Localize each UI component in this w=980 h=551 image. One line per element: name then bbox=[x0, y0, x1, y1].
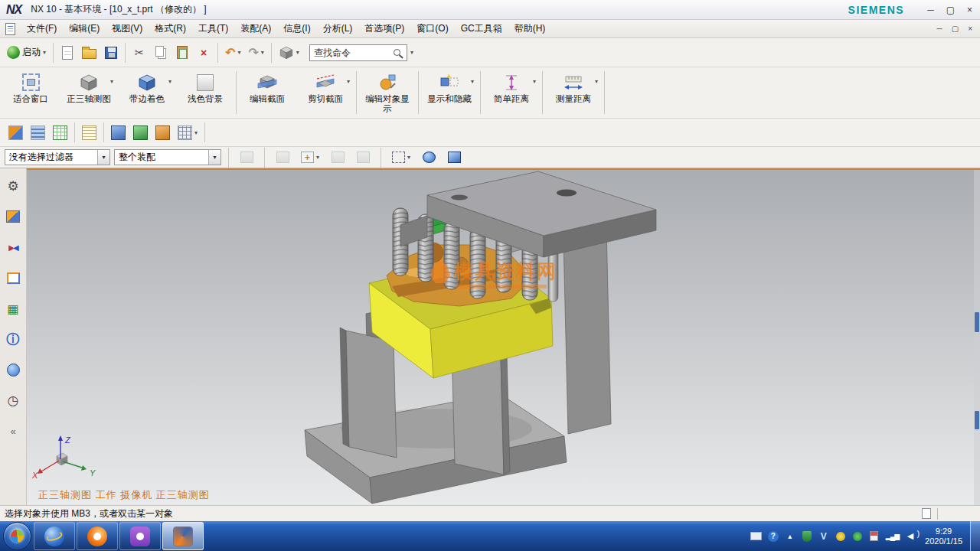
chevron-down-icon[interactable]: ▾ bbox=[471, 78, 474, 85]
taskbar-browser-1-button[interactable] bbox=[34, 522, 75, 550]
measure-distance-button[interactable]: ▾ 测量距离 bbox=[544, 67, 603, 118]
new-file-button[interactable] bbox=[57, 41, 78, 64]
paste-button[interactable] bbox=[172, 41, 193, 64]
chevron-down-icon[interactable]: ▾ bbox=[97, 150, 109, 165]
view-orient-button[interactable]: ▾ bbox=[275, 41, 303, 64]
move-component-button[interactable] bbox=[129, 121, 152, 144]
tray-flag-icon[interactable] bbox=[869, 530, 880, 543]
child-minimize-button[interactable]: ─ bbox=[937, 24, 942, 33]
menu-help[interactable]: 帮助(H) bbox=[508, 20, 552, 37]
taskbar-browser-2-button[interactable] bbox=[77, 522, 118, 550]
menu-analysis[interactable]: 分析(L) bbox=[317, 20, 359, 37]
search-icon[interactable] bbox=[394, 49, 400, 56]
snap-midpoint-button[interactable] bbox=[327, 146, 348, 169]
roles-button[interactable]: ⚙ bbox=[3, 176, 23, 196]
show-hide-button[interactable]: ▾ 显示和隐藏 bbox=[420, 67, 479, 118]
minimize-button[interactable]: ─ bbox=[927, 5, 934, 15]
status-page-icon[interactable] bbox=[922, 508, 931, 519]
taskbar-app-3-button[interactable] bbox=[119, 522, 161, 550]
chevron-down-icon[interactable]: ▾ bbox=[410, 49, 413, 56]
rectangle-select-button[interactable]: ▾ bbox=[388, 146, 414, 169]
snap-point-button[interactable] bbox=[272, 146, 293, 169]
part-navigator-button[interactable] bbox=[3, 268, 23, 288]
constraint-navigator-button[interactable]: ▶◀ bbox=[3, 237, 23, 257]
menu-assemblies[interactable]: 装配(A) bbox=[234, 20, 277, 37]
search-input[interactable] bbox=[314, 47, 394, 58]
menu-information[interactable]: 信息(I) bbox=[277, 20, 316, 37]
menu-format[interactable]: 格式(R) bbox=[149, 20, 192, 37]
assembly-constraints-button[interactable] bbox=[152, 121, 174, 144]
reuse-library-button[interactable]: ▦ bbox=[3, 298, 23, 318]
chevron-down-icon[interactable]: ▾ bbox=[595, 78, 598, 85]
menu-preferences[interactable]: 首选项(P) bbox=[358, 20, 410, 37]
web-browser-button[interactable] bbox=[3, 360, 23, 380]
chevron-down-icon[interactable]: ▾ bbox=[237, 49, 240, 56]
tray-v-icon[interactable]: V bbox=[818, 530, 829, 543]
highlight-solid-button[interactable] bbox=[443, 146, 465, 169]
pattern-component-button[interactable]: ▾ bbox=[174, 121, 201, 144]
collapse-button[interactable]: « bbox=[3, 421, 23, 441]
menu-tools[interactable]: 工具(T) bbox=[192, 20, 234, 37]
show-desktop-button[interactable] bbox=[970, 521, 980, 551]
menu-edit[interactable]: 编辑(E) bbox=[63, 20, 106, 37]
tray-green-dot-icon[interactable] bbox=[852, 530, 863, 543]
menu-gc-toolbox[interactable]: GC工具箱 bbox=[455, 20, 508, 37]
history-button[interactable]: ◷ bbox=[3, 390, 23, 410]
chevron-down-icon[interactable]: ▾ bbox=[316, 154, 319, 161]
isometric-view-button[interactable]: ▾ 正三轴测图 bbox=[60, 67, 118, 118]
highlight-sphere-button[interactable] bbox=[418, 146, 439, 169]
spreadsheet-button[interactable] bbox=[49, 121, 71, 144]
start-menu-button[interactable] bbox=[3, 522, 31, 550]
delete-button[interactable]: × bbox=[193, 41, 214, 64]
command-finder[interactable] bbox=[309, 44, 407, 61]
viewport-scrollbar[interactable] bbox=[974, 170, 980, 505]
chevron-down-icon[interactable]: ▾ bbox=[168, 78, 172, 85]
journal-button[interactable] bbox=[78, 121, 100, 144]
tray-help-icon[interactable]: ? bbox=[768, 531, 779, 542]
open-button[interactable] bbox=[78, 41, 100, 64]
layer-settings-button[interactable] bbox=[27, 121, 49, 144]
menu-file[interactable]: 文件(F) bbox=[21, 20, 63, 37]
tray-keyboard-icon[interactable] bbox=[750, 530, 762, 543]
child-restore-button[interactable]: ▢ bbox=[952, 24, 959, 33]
add-component-button[interactable] bbox=[107, 121, 129, 144]
save-button[interactable] bbox=[100, 41, 122, 64]
point-dialog-button[interactable]: +▾ bbox=[297, 146, 323, 169]
snap-intersection-button[interactable] bbox=[352, 146, 374, 169]
chevron-down-icon[interactable]: ▾ bbox=[347, 78, 350, 85]
undo-button[interactable]: ↶▾ bbox=[221, 41, 244, 64]
menu-window[interactable]: 窗口(O) bbox=[410, 20, 454, 37]
chevron-down-icon[interactable]: ▾ bbox=[261, 49, 264, 56]
hd3d-tools-button[interactable]: ⓘ bbox=[3, 329, 23, 349]
taskbar-nx-button[interactable] bbox=[162, 522, 204, 550]
tray-network-icon[interactable]: ▂▄▆ bbox=[886, 530, 899, 543]
assembly-navigator-button[interactable] bbox=[3, 207, 23, 227]
clip-section-button[interactable]: ▾ 剪切截面 bbox=[296, 67, 354, 118]
snap-options-button[interactable] bbox=[236, 146, 257, 169]
tray-shield-icon[interactable] bbox=[802, 530, 812, 543]
tray-volume-icon[interactable]: ◀ bbox=[905, 530, 916, 543]
chevron-down-icon[interactable]: ▾ bbox=[194, 129, 198, 136]
scrollbar-thumb[interactable] bbox=[975, 411, 979, 429]
edit-object-display-button[interactable]: 编辑对象显示 bbox=[358, 67, 416, 118]
chevron-down-icon[interactable]: ▾ bbox=[110, 78, 113, 85]
tray-yellow-dot-icon[interactable] bbox=[835, 530, 846, 543]
simple-distance-button[interactable]: ▾ 简单距离 bbox=[482, 67, 541, 118]
child-close-button[interactable]: × bbox=[968, 24, 972, 33]
edit-section-button[interactable]: 编辑截面 bbox=[238, 67, 296, 118]
chevron-down-icon[interactable]: ▾ bbox=[533, 78, 536, 85]
fit-window-button[interactable]: 适合窗口 bbox=[2, 67, 60, 118]
chevron-down-icon[interactable]: ▾ bbox=[407, 154, 410, 161]
taskbar-clock[interactable]: 9:29 2020/1/15 bbox=[920, 527, 970, 546]
tray-hidden-icons-chevron[interactable]: ▴ bbox=[785, 530, 795, 543]
chevron-down-icon[interactable]: ▾ bbox=[296, 49, 299, 56]
selection-scope-combo[interactable]: 整个装配 ▾ bbox=[114, 149, 221, 165]
chevron-down-icon[interactable]: ▾ bbox=[208, 150, 220, 165]
menu-view[interactable]: 视图(V) bbox=[106, 20, 149, 37]
copy-button[interactable] bbox=[150, 41, 172, 64]
graphics-window[interactable]: 模具资料网 Z X Y 正三轴测图 工作 摄像机 正三轴测图 bbox=[27, 168, 980, 505]
start-button[interactable]: 启动 ▾ bbox=[3, 41, 50, 64]
maximize-button[interactable]: ▢ bbox=[946, 5, 955, 15]
move-object-button[interactable] bbox=[5, 121, 27, 144]
shaded-with-edges-button[interactable]: ▾ 带边着色 bbox=[118, 67, 176, 118]
